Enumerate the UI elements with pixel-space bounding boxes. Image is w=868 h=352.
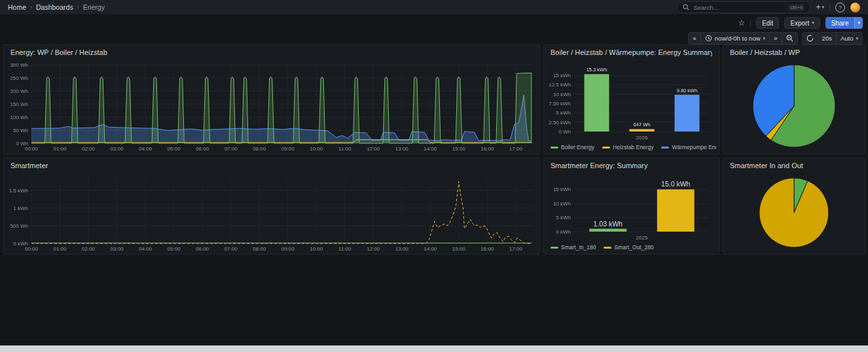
svg-text:12:00: 12:00	[367, 146, 380, 152]
svg-text:1.03 kWh: 1.03 kWh	[594, 220, 623, 228]
svg-text:16:00: 16:00	[480, 146, 494, 152]
svg-text:17:00: 17:00	[509, 246, 523, 252]
svg-text:0 kWh: 0 kWh	[556, 229, 571, 235]
svg-text:14:00: 14:00	[424, 246, 437, 252]
svg-text:11:00: 11:00	[338, 246, 352, 252]
legend-label: Boiler Energy	[561, 144, 594, 150]
svg-text:50 Wh: 50 Wh	[13, 128, 28, 133]
svg-text:04:00: 04:00	[139, 146, 153, 152]
time-range-picker[interactable]: now/d-0h to now ▾	[701, 32, 770, 44]
smartmeter-summary-bar-chart[interactable]: 0 kWh5 kWh10 kWh15 kWh1.03 kWh15.0 kWh20…	[545, 173, 717, 241]
edit-button[interactable]: Edit	[756, 17, 779, 29]
svg-text:17:00: 17:00	[509, 146, 523, 152]
panel-energy-summary-bar: Boiler / Heizstab / Wärmepumpe: Energy S…	[543, 44, 719, 154]
svg-text:03:00: 03:00	[111, 146, 124, 152]
legend-item[interactable]: Wärmepumpe Energy	[661, 144, 716, 150]
breadcrumb-separator: ›	[77, 4, 79, 10]
avatar[interactable]	[850, 3, 860, 12]
bottom-strip	[0, 345, 868, 352]
legend-item[interactable]: Heizstab Energy	[602, 144, 653, 150]
auto-refresh-dropdown[interactable]: Auto ▾	[837, 32, 863, 44]
svg-text:10 kWh: 10 kWh	[553, 201, 571, 207]
svg-text:10:00: 10:00	[310, 246, 323, 252]
svg-text:03:00: 03:00	[111, 246, 124, 252]
svg-text:04:00: 04:00	[139, 246, 153, 252]
share-split-button[interactable]: Share ▾	[825, 17, 863, 29]
chevron-down-icon: ▾	[822, 5, 824, 10]
breadcrumb-separator: ›	[30, 4, 32, 10]
svg-text:05:00: 05:00	[168, 146, 181, 152]
svg-text:15 kWh: 15 kWh	[553, 186, 571, 192]
svg-text:05:00: 05:00	[168, 246, 181, 252]
boiler-heizstab-wp-pie-chart[interactable]	[725, 60, 863, 152]
favorite-star-icon[interactable]: ☆	[738, 18, 745, 27]
panel-title-smartmeter-summary[interactable]: Smartmeter Energy: Summary	[544, 158, 719, 173]
svg-text:09:00: 09:00	[281, 246, 295, 252]
svg-text:06:00: 06:00	[196, 246, 209, 252]
panel-title-text: Boiler / Heizstab / WP	[730, 48, 858, 56]
panel-title-text: Energy: WP / Boiler / Heizstab	[10, 48, 533, 56]
panel-smartmeter-pie: Smartmeter In and Out	[723, 158, 865, 255]
export-button[interactable]: Export ▾	[784, 17, 820, 29]
chevron-down-icon: ▾	[858, 20, 860, 26]
refresh-button[interactable]	[802, 32, 818, 44]
add-button[interactable]: + ▾	[816, 3, 824, 12]
energy-summary-legend: Boiler EnergyHeizstab EnergyWärmepumpe E…	[551, 142, 716, 152]
breadcrumb-dashboards[interactable]: Dashboards	[36, 3, 73, 11]
panel-title-text: Smartmeter	[10, 162, 533, 169]
legend-marker	[551, 247, 558, 249]
svg-text:2026: 2026	[636, 135, 648, 141]
svg-text:500 Wh: 500 Wh	[10, 223, 28, 229]
panel-title-smartmeter-pie[interactable]: Smartmeter In and Out	[723, 158, 865, 173]
divider	[750, 19, 751, 27]
svg-text:250 Wh: 250 Wh	[10, 75, 28, 81]
panel-title-energy-timeseries[interactable]: Energy: WP / Boiler / Heizstab	[4, 45, 539, 60]
share-button[interactable]: Share	[825, 17, 855, 29]
svg-text:00:00: 00:00	[25, 146, 39, 152]
svg-text:1 kWh: 1 kWh	[13, 205, 28, 211]
legend-marker	[661, 147, 669, 149]
svg-text:15.0 kWh: 15.0 kWh	[661, 180, 691, 188]
svg-text:14:00: 14:00	[424, 146, 437, 152]
smartmeter-summary-legend: Smart_In_180Smart_Out_280	[551, 242, 716, 253]
legend-item[interactable]: Boiler Energy	[551, 144, 594, 150]
refresh-interval-label[interactable]: 20s	[818, 32, 837, 44]
breadcrumb-home[interactable]: Home	[8, 3, 26, 11]
svg-text:15:00: 15:00	[452, 246, 466, 252]
divider	[829, 3, 830, 12]
svg-text:647 Wh: 647 Wh	[634, 122, 651, 128]
search-shortcut-badge: ctrl+k	[788, 4, 805, 11]
panel-title-boiler-pie[interactable]: Boiler / Heizstab / WP	[723, 45, 865, 60]
breadcrumb: Home › Dashboards › Energy	[8, 3, 105, 11]
svg-text:12.5 kWh: 12.5 kWh	[549, 82, 571, 88]
help-icon[interactable]: ?	[835, 3, 845, 12]
svg-text:7.50 kWh: 7.50 kWh	[549, 101, 571, 107]
smartmeter-timeseries-chart[interactable]: 0 kWh500 Wh1 kWh1.5 kWh00:0001:0002:0003…	[5, 173, 538, 253]
legend-marker	[551, 147, 558, 149]
svg-text:0 Wh: 0 Wh	[558, 129, 571, 135]
energy-summary-bar-chart[interactable]: 0 Wh2.50 kWh5 kWh7.50 kWh10 kWh12.5 kWh1…	[545, 60, 717, 141]
energy-timeseries-chart[interactable]: 0 Wh50 Wh100 Wh150 Wh200 Wh250 Wh300 Wh0…	[5, 60, 538, 152]
legend-item[interactable]: Smart_In_180	[551, 244, 596, 251]
time-shift-back-button[interactable]: «	[688, 32, 701, 44]
share-dropdown-button[interactable]: ▾	[854, 17, 863, 29]
chevrons-right-icon: »	[774, 35, 778, 42]
search-placeholder: Search...	[693, 4, 784, 11]
svg-text:08:00: 08:00	[253, 146, 266, 152]
panel-title-smartmeter[interactable]: Smartmeter	[4, 158, 539, 173]
breadcrumb-current: Energy	[83, 3, 105, 11]
search-input[interactable]: Search... ctrl+k	[677, 1, 810, 13]
chevrons-left-icon: «	[693, 35, 696, 42]
panel-title-energy-summary[interactable]: Boiler / Heizstab / Wärmepumpe: Energy S…	[544, 45, 719, 60]
time-shift-forward-button[interactable]: »	[770, 32, 782, 44]
legend-item[interactable]: Smart_Out_280	[604, 244, 653, 251]
smartmeter-in-out-pie-chart[interactable]	[725, 173, 863, 253]
svg-text:02:00: 02:00	[82, 146, 96, 152]
search-icon	[683, 4, 689, 10]
zoom-out-button[interactable]	[782, 32, 798, 44]
svg-text:100 Wh: 100 Wh	[10, 114, 28, 120]
navbar-right: Search... ctrl+k + ▾ ?	[677, 1, 860, 13]
svg-text:07:00: 07:00	[225, 146, 238, 152]
chevron-down-icon: ▾	[812, 20, 814, 26]
clock-icon	[705, 35, 712, 42]
